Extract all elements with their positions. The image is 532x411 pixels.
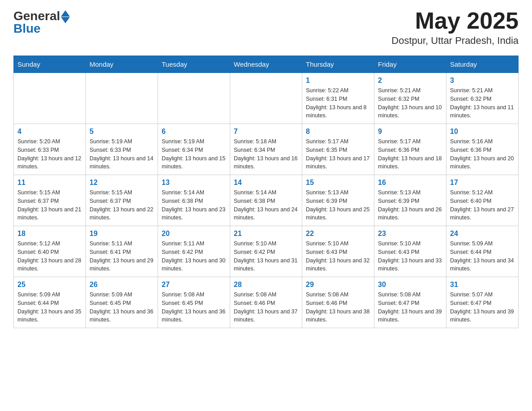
day-number: 21 xyxy=(234,230,298,238)
day-number: 5 xyxy=(90,128,154,136)
day-info: Sunrise: 5:07 AMSunset: 6:47 PMDaylight:… xyxy=(450,291,515,324)
day-number: 10 xyxy=(450,128,515,136)
col-header-sunday: Sunday xyxy=(14,56,86,73)
day-number: 26 xyxy=(90,281,154,289)
calendar-cell: 25Sunrise: 5:09 AMSunset: 6:44 PMDayligh… xyxy=(14,277,86,328)
day-number: 25 xyxy=(17,281,82,289)
day-info: Sunrise: 5:11 AMSunset: 6:42 PMDaylight:… xyxy=(162,240,226,273)
day-info: Sunrise: 5:09 AMSunset: 6:44 PMDaylight:… xyxy=(17,291,82,324)
col-header-tuesday: Tuesday xyxy=(158,56,230,73)
calendar-cell: 22Sunrise: 5:10 AMSunset: 6:43 PMDayligh… xyxy=(302,226,374,277)
calendar-cell: 20Sunrise: 5:11 AMSunset: 6:42 PMDayligh… xyxy=(158,226,230,277)
calendar-cell: 30Sunrise: 5:08 AMSunset: 6:47 PMDayligh… xyxy=(374,277,446,328)
day-number: 4 xyxy=(17,128,82,136)
day-number: 23 xyxy=(378,230,442,238)
day-info: Sunrise: 5:21 AMSunset: 6:32 PMDaylight:… xyxy=(450,86,515,120)
day-number: 15 xyxy=(306,179,370,187)
day-info: Sunrise: 5:14 AMSunset: 6:38 PMDaylight:… xyxy=(234,188,298,222)
calendar-cell: 16Sunrise: 5:13 AMSunset: 6:39 PMDayligh… xyxy=(374,175,446,226)
calendar-cell: 11Sunrise: 5:15 AMSunset: 6:37 PMDayligh… xyxy=(14,175,86,226)
calendar-cell: 6Sunrise: 5:19 AMSunset: 6:34 PMDaylight… xyxy=(158,124,230,175)
day-info: Sunrise: 5:19 AMSunset: 6:33 PMDaylight:… xyxy=(90,137,154,171)
day-info: Sunrise: 5:10 AMSunset: 6:43 PMDaylight:… xyxy=(306,240,370,273)
calendar-cell: 18Sunrise: 5:12 AMSunset: 6:40 PMDayligh… xyxy=(14,226,86,277)
day-number: 8 xyxy=(306,128,370,136)
day-info: Sunrise: 5:16 AMSunset: 6:36 PMDaylight:… xyxy=(450,137,515,171)
day-number: 6 xyxy=(162,128,226,136)
calendar-cell xyxy=(14,73,86,124)
day-number: 14 xyxy=(234,179,298,187)
calendar-cell: 1Sunrise: 5:22 AMSunset: 6:31 PMDaylight… xyxy=(302,73,374,124)
calendar-cell xyxy=(158,73,230,124)
day-info: Sunrise: 5:08 AMSunset: 6:46 PMDaylight:… xyxy=(234,291,298,324)
day-info: Sunrise: 5:08 AMSunset: 6:45 PMDaylight:… xyxy=(162,291,226,324)
calendar-cell xyxy=(86,73,158,124)
calendar-cell: 3Sunrise: 5:21 AMSunset: 6:32 PMDaylight… xyxy=(446,73,519,124)
day-number: 30 xyxy=(378,281,442,289)
day-info: Sunrise: 5:10 AMSunset: 6:42 PMDaylight:… xyxy=(234,240,298,273)
month-year-title: May 2025 xyxy=(391,9,519,32)
day-info: Sunrise: 5:12 AMSunset: 6:40 PMDaylight:… xyxy=(450,188,515,222)
day-number: 18 xyxy=(17,230,82,238)
calendar-header-row: SundayMondayTuesdayWednesdayThursdayFrid… xyxy=(14,56,519,73)
col-header-saturday: Saturday xyxy=(446,56,519,73)
week-row-2: 4Sunrise: 5:20 AMSunset: 6:33 PMDaylight… xyxy=(14,124,519,175)
day-info: Sunrise: 5:12 AMSunset: 6:40 PMDaylight:… xyxy=(17,240,82,273)
day-info: Sunrise: 5:08 AMSunset: 6:46 PMDaylight:… xyxy=(306,291,370,324)
day-info: Sunrise: 5:11 AMSunset: 6:41 PMDaylight:… xyxy=(90,240,154,273)
col-header-monday: Monday xyxy=(86,56,158,73)
calendar-cell: 7Sunrise: 5:18 AMSunset: 6:34 PMDaylight… xyxy=(230,124,302,175)
week-row-4: 18Sunrise: 5:12 AMSunset: 6:40 PMDayligh… xyxy=(14,226,519,277)
col-header-thursday: Thursday xyxy=(302,56,374,73)
calendar-cell: 14Sunrise: 5:14 AMSunset: 6:38 PMDayligh… xyxy=(230,175,302,226)
logo-blue-text: Blue xyxy=(13,21,41,36)
day-info: Sunrise: 5:20 AMSunset: 6:33 PMDaylight:… xyxy=(17,137,82,171)
calendar-cell: 10Sunrise: 5:16 AMSunset: 6:36 PMDayligh… xyxy=(446,124,519,175)
calendar-cell: 15Sunrise: 5:13 AMSunset: 6:39 PMDayligh… xyxy=(302,175,374,226)
calendar-cell: 2Sunrise: 5:21 AMSunset: 6:32 PMDaylight… xyxy=(374,73,446,124)
calendar-cell: 5Sunrise: 5:19 AMSunset: 6:33 PMDaylight… xyxy=(86,124,158,175)
day-number: 31 xyxy=(450,281,515,289)
day-number: 20 xyxy=(162,230,226,238)
day-info: Sunrise: 5:15 AMSunset: 6:37 PMDaylight:… xyxy=(17,188,82,222)
calendar-cell: 13Sunrise: 5:14 AMSunset: 6:38 PMDayligh… xyxy=(158,175,230,226)
col-header-wednesday: Wednesday xyxy=(230,56,302,73)
day-number: 19 xyxy=(90,230,154,238)
calendar-cell: 27Sunrise: 5:08 AMSunset: 6:45 PMDayligh… xyxy=(158,277,230,328)
calendar-cell: 24Sunrise: 5:09 AMSunset: 6:44 PMDayligh… xyxy=(446,226,519,277)
day-info: Sunrise: 5:17 AMSunset: 6:35 PMDaylight:… xyxy=(306,137,370,171)
day-info: Sunrise: 5:08 AMSunset: 6:47 PMDaylight:… xyxy=(378,291,442,324)
calendar-table: SundayMondayTuesdayWednesdayThursdayFrid… xyxy=(13,56,519,328)
calendar-cell: 29Sunrise: 5:08 AMSunset: 6:46 PMDayligh… xyxy=(302,277,374,328)
calendar-cell: 28Sunrise: 5:08 AMSunset: 6:46 PMDayligh… xyxy=(230,277,302,328)
day-number: 11 xyxy=(17,179,82,187)
day-info: Sunrise: 5:17 AMSunset: 6:36 PMDaylight:… xyxy=(378,137,442,171)
calendar-cell: 8Sunrise: 5:17 AMSunset: 6:35 PMDaylight… xyxy=(302,124,374,175)
calendar-cell xyxy=(230,73,302,124)
day-info: Sunrise: 5:15 AMSunset: 6:37 PMDaylight:… xyxy=(90,188,154,222)
day-number: 27 xyxy=(162,281,226,289)
day-number: 7 xyxy=(234,128,298,136)
calendar-cell: 26Sunrise: 5:09 AMSunset: 6:45 PMDayligh… xyxy=(86,277,158,328)
logo: General Blue xyxy=(13,9,70,36)
day-number: 29 xyxy=(306,281,370,289)
week-row-5: 25Sunrise: 5:09 AMSunset: 6:44 PMDayligh… xyxy=(14,277,519,328)
calendar-cell: 31Sunrise: 5:07 AMSunset: 6:47 PMDayligh… xyxy=(446,277,519,328)
calendar-cell: 23Sunrise: 5:10 AMSunset: 6:43 PMDayligh… xyxy=(374,226,446,277)
calendar-cell: 12Sunrise: 5:15 AMSunset: 6:37 PMDayligh… xyxy=(86,175,158,226)
day-info: Sunrise: 5:13 AMSunset: 6:39 PMDaylight:… xyxy=(378,188,442,222)
day-number: 1 xyxy=(306,77,370,85)
location-subtitle: Dostpur, Uttar Pradesh, India xyxy=(391,35,519,47)
day-info: Sunrise: 5:18 AMSunset: 6:34 PMDaylight:… xyxy=(234,137,298,171)
day-info: Sunrise: 5:09 AMSunset: 6:44 PMDaylight:… xyxy=(450,240,515,273)
calendar-cell: 9Sunrise: 5:17 AMSunset: 6:36 PMDaylight… xyxy=(374,124,446,175)
day-number: 16 xyxy=(378,179,442,187)
day-info: Sunrise: 5:21 AMSunset: 6:32 PMDaylight:… xyxy=(378,86,442,120)
day-info: Sunrise: 5:10 AMSunset: 6:43 PMDaylight:… xyxy=(378,240,442,273)
col-header-friday: Friday xyxy=(374,56,446,73)
day-info: Sunrise: 5:14 AMSunset: 6:38 PMDaylight:… xyxy=(162,188,226,222)
day-number: 28 xyxy=(234,281,298,289)
calendar-cell: 4Sunrise: 5:20 AMSunset: 6:33 PMDaylight… xyxy=(14,124,86,175)
page-header: General Blue May 2025 Dostpur, Uttar Pra… xyxy=(13,9,519,47)
day-info: Sunrise: 5:22 AMSunset: 6:31 PMDaylight:… xyxy=(306,86,370,120)
